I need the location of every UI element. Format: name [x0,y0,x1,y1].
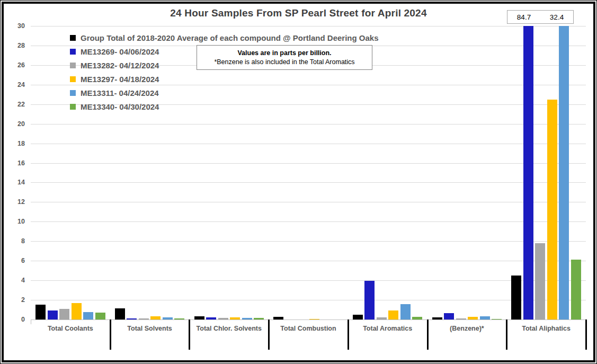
bar-series1-cat4 [273,317,283,319]
legend-label: ME13311- 04/24/2024 [81,88,159,97]
gridline [31,202,586,202]
y-tick-label: 16 [4,159,25,167]
bar-series3-cat3 [218,318,228,319]
gridline [31,124,586,125]
bar-series5-cat7 [559,26,569,319]
bar-series6-cat2 [174,318,184,319]
x-axis-label: Total Solvents [110,325,190,332]
bar-series6-cat5 [412,317,422,319]
overflow-value-box: 84.7 32.4 [507,10,574,24]
x-axis-labels: Total CoolantsTotal SolventsTotal Chlor.… [31,325,586,341]
legend-swatch-icon [70,90,76,96]
bar-series5-cat2 [163,317,173,319]
x-axis-label: Total Aliphatics [506,325,586,332]
gridline [31,280,586,281]
legend-item: ME13340- 04/30/2024 [70,100,379,113]
overflow-value: 32.4 [540,13,573,21]
bar-series3-cat5 [377,317,387,319]
y-tick-label: 8 [4,237,25,245]
gridline [31,241,586,242]
y-tick-label: 20 [4,120,25,128]
gridline [31,300,586,300]
legend-swatch-icon [70,104,76,110]
bar-series6-cat3 [254,318,264,319]
bar-series1-cat3 [194,316,204,319]
legend-item: ME13311- 04/24/2024 [70,86,379,100]
legend-label: Group Total of 2018-2020 Average of each… [81,33,379,42]
bar-series2-cat1 [48,310,58,319]
x-axis-label: Total Chlor. Solvents [189,325,269,332]
x-axis-label: (Benzene)* [427,325,507,332]
bar-series2-cat5 [364,281,375,319]
bar-series5-cat5 [400,304,411,319]
bar-series3-cat2 [139,318,149,319]
bar-series1-cat1 [35,305,46,319]
y-tick-label: 4 [4,277,25,284]
y-tick-label: 14 [4,179,25,186]
x-axis-label: Total Aromatics [348,325,427,332]
bar-series2-cat6 [444,313,454,319]
legend-swatch-icon [70,49,76,55]
bar-series4-cat6 [468,317,478,319]
bar-series4-cat2 [150,316,161,319]
bar-series3-cat6 [456,318,466,319]
y-tick-label: 18 [4,140,25,147]
bar-series6-cat6 [492,319,502,319]
bar-series3-cat1 [59,309,69,319]
y-tick-label: 26 [4,61,25,69]
legend-label: ME13340- 04/30/2024 [81,102,159,111]
bar-series4-cat5 [388,310,398,319]
gridline [31,261,586,261]
x-axis-label: Total Coolants [31,325,110,332]
bar-series3-cat7 [535,243,545,319]
legend-label: ME13297- 04/18/2024 [81,75,159,84]
gridline [31,163,586,164]
y-tick-label: 0 [4,316,25,323]
x-axis-line [31,319,586,320]
overflow-value: 84.7 [507,13,540,21]
legend-swatch-icon [70,35,76,41]
bar-series4-cat7 [547,100,557,320]
bar-series4-cat4 [309,319,319,319]
bar-series5-cat3 [242,318,252,319]
gridline [31,221,586,222]
legend-item: ME13297- 04/18/2024 [70,72,379,86]
bar-series4-cat3 [230,317,240,319]
y-tick-label: 12 [4,198,25,206]
bar-series1-cat2 [115,308,125,319]
y-tick-label: 2 [4,296,25,304]
y-tick-label: 24 [4,81,25,88]
bar-series5-cat1 [83,312,93,319]
bar-series5-cat6 [480,316,490,319]
bar-series2-cat7 [523,26,533,319]
legend-label: ME13282- 04/12/2024 [81,61,159,70]
y-tick-label: 6 [4,257,25,264]
annotation-line-2: *Benzene is also included in the Total A… [200,58,369,66]
y-axis-edge-tick [31,319,31,324]
legend-item: Group Total of 2018-2020 Average of each… [70,31,379,45]
legend-swatch-icon [70,63,76,68]
gridline [31,26,586,26]
bar-series2-cat2 [127,318,137,319]
bar-series1-cat7 [511,276,521,319]
legend-label: ME13269- 04/06/2024 [81,47,159,56]
bar-series1-cat5 [353,315,363,319]
y-tick-label: 28 [4,42,25,49]
y-tick-label: 10 [4,218,25,225]
bar-series6-cat1 [95,313,105,319]
x-axis-label: Total Combustion [269,325,348,332]
bar-series1-cat6 [432,317,442,319]
chart-canvas: 24 Hour Samples From SP Pearl Street for… [0,0,597,364]
y-tick-label: 30 [4,22,25,30]
annotation-line-1: Values are in parts per billion. [200,49,369,57]
gridline [31,144,586,144]
y-tick-label: 22 [4,101,25,108]
gridline [31,182,586,183]
chart-legend: Group Total of 2018-2020 Average of each… [70,31,379,113]
bar-series6-cat7 [571,260,581,319]
bar-series4-cat1 [72,303,82,319]
bar-series2-cat3 [206,317,216,319]
legend-swatch-icon [70,76,76,82]
y-axis-labels: 024681012141618202224262830 [1,26,25,319]
annotation-box: Values are in parts per billion. *Benzen… [197,45,372,70]
